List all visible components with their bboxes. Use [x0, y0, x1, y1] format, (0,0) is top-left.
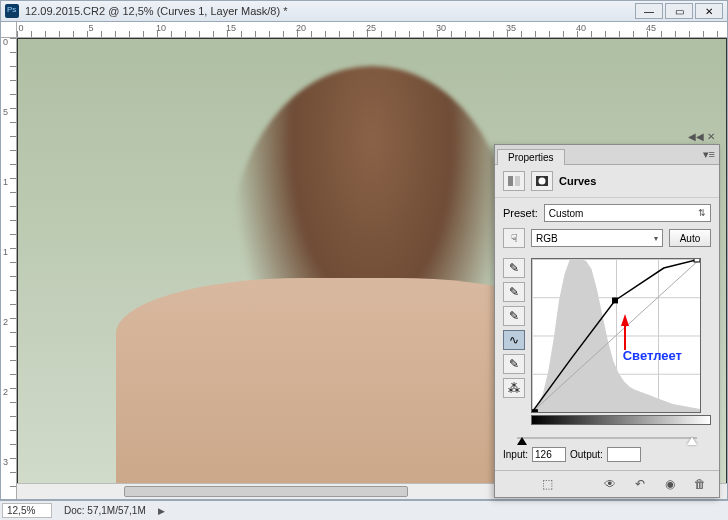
- curve-point-tool-icon[interactable]: ∿: [503, 330, 525, 350]
- svg-rect-4: [612, 297, 618, 303]
- output-field[interactable]: [607, 447, 641, 462]
- white-point-handle[interactable]: [687, 437, 697, 445]
- eyedropper-black-icon[interactable]: ✎: [503, 258, 525, 278]
- tab-properties[interactable]: Properties: [497, 149, 565, 165]
- eyedropper-white-icon[interactable]: ✎: [503, 306, 525, 326]
- statusbar-menu-icon[interactable]: ▶: [158, 506, 165, 516]
- svg-rect-5: [532, 409, 538, 412]
- auto-button[interactable]: Auto: [669, 229, 711, 247]
- close-button[interactable]: ✕: [695, 3, 723, 19]
- curves-side-tools: ✎ ✎ ✎ ∿ ✎ ⁂: [503, 258, 525, 425]
- doc-size: Doc: 57,1M/57,1M: [64, 505, 146, 516]
- adjustment-icon[interactable]: [503, 171, 525, 191]
- svg-point-3: [539, 178, 546, 185]
- toggle-visibility-icon[interactable]: ◉: [659, 475, 681, 493]
- properties-panel: ◀◀ ✕ Properties ▾≡ Curves Preset: Custom…: [494, 144, 720, 498]
- annotation-text: Светлеет: [623, 348, 682, 363]
- curves-graph[interactable]: Светлеет: [531, 258, 701, 413]
- preset-select[interactable]: Custom: [544, 204, 711, 222]
- titlebar: 12.09.2015.CR2 @ 12,5% (Curves 1, Layer …: [0, 0, 728, 22]
- svg-rect-6: [694, 259, 700, 262]
- ruler-vertical[interactable]: 0511223: [1, 38, 17, 499]
- svg-rect-1: [515, 176, 520, 186]
- channel-select[interactable]: RGB: [531, 229, 663, 247]
- output-label: Output:: [570, 449, 603, 460]
- clip-to-layer-icon[interactable]: ⬚: [503, 475, 591, 493]
- input-gradient: [531, 415, 711, 425]
- panel-title: Curves: [559, 175, 596, 187]
- app-icon: [5, 4, 19, 18]
- black-point-handle[interactable]: [517, 437, 527, 445]
- annotation-arrow-icon: [621, 314, 629, 326]
- statusbar: 12,5% Doc: 57,1M/57,1M ▶: [0, 500, 728, 520]
- minimize-button[interactable]: —: [635, 3, 663, 19]
- svg-rect-0: [508, 176, 513, 186]
- eyedropper-gray-icon[interactable]: ✎: [503, 282, 525, 302]
- levels-slider[interactable]: [495, 427, 719, 443]
- curve-draw-tool-icon[interactable]: ✎: [503, 354, 525, 374]
- view-previous-icon[interactable]: 👁: [599, 475, 621, 493]
- preset-label: Preset:: [503, 207, 538, 219]
- ruler-horizontal[interactable]: 051015202530354045: [17, 22, 727, 38]
- input-field[interactable]: [532, 447, 566, 462]
- zoom-field[interactable]: 12,5%: [2, 503, 52, 518]
- ruler-corner: [1, 22, 17, 38]
- panel-collapse-icon[interactable]: ◀◀ ✕: [688, 131, 715, 142]
- window-title: 12.09.2015.CR2 @ 12,5% (Curves 1, Layer …: [25, 5, 635, 17]
- panel-menu-icon[interactable]: ▾≡: [703, 148, 715, 161]
- smooth-tool-icon[interactable]: ⁂: [503, 378, 525, 398]
- targeted-adjust-icon[interactable]: ☟: [503, 228, 525, 248]
- input-label: Input:: [503, 449, 528, 460]
- maximize-button[interactable]: ▭: [665, 3, 693, 19]
- mask-icon[interactable]: [531, 171, 553, 191]
- reset-icon[interactable]: ↶: [629, 475, 651, 493]
- delete-icon[interactable]: 🗑: [689, 475, 711, 493]
